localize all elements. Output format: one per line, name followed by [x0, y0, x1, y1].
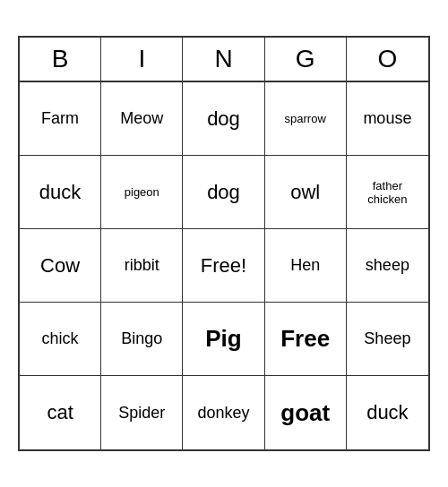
header-letter: I	[101, 38, 183, 81]
bingo-cell: Spider	[101, 376, 183, 449]
cell-text: Bingo	[121, 329, 162, 348]
bingo-card: BINGO FarmMeowdogsparrowmouseduckpigeond…	[18, 36, 430, 451]
cell-text: sheep	[366, 256, 409, 275]
cell-text: owl	[290, 181, 320, 204]
bingo-cell: duck	[20, 156, 101, 229]
cell-text: duck	[39, 181, 81, 204]
bingo-cell: donkey	[183, 376, 264, 449]
bingo-cell: owl	[265, 156, 347, 229]
bingo-cell: sparrow	[265, 82, 347, 156]
bingo-cell: duck	[347, 376, 428, 449]
cell-text: Meow	[120, 109, 163, 128]
cell-text: fatherchicken	[367, 179, 407, 206]
cell-text: donkey	[197, 404, 249, 423]
bingo-cell: Meow	[101, 82, 183, 156]
bingo-cell: Pig	[183, 303, 264, 376]
cell-text: ribbit	[125, 256, 159, 275]
cell-text: Hen	[290, 256, 320, 275]
bingo-grid: FarmMeowdogsparrowmouseduckpigeondogowlf…	[20, 82, 428, 449]
cell-text: Free!	[201, 254, 246, 278]
bingo-cell: goat	[265, 376, 347, 449]
bingo-cell: ribbit	[101, 229, 183, 303]
cell-text: pigeon	[125, 185, 159, 199]
bingo-cell: Free	[265, 303, 347, 376]
bingo-cell: Free!	[183, 229, 264, 303]
cell-text: Sheep	[364, 329, 410, 348]
bingo-cell: pigeon	[101, 156, 183, 229]
header-letter: B	[20, 38, 101, 81]
bingo-cell: cat	[20, 376, 101, 449]
cell-text: cat	[47, 401, 73, 424]
cell-text: mouse	[363, 109, 411, 128]
bingo-cell: mouse	[347, 82, 428, 156]
bingo-cell: Hen	[265, 229, 347, 303]
bingo-cell: Farm	[20, 82, 101, 156]
cell-text: sparrow	[285, 112, 326, 125]
bingo-cell: fatherchicken	[347, 156, 428, 229]
bingo-cell: dog	[183, 156, 264, 229]
cell-text: Pig	[205, 325, 241, 353]
bingo-cell: dog	[183, 82, 264, 156]
header-letter: G	[265, 38, 347, 81]
header-letter: O	[347, 38, 428, 81]
cell-text: dog	[207, 107, 240, 131]
cell-text: Spider	[118, 404, 165, 423]
cell-text: dog	[207, 181, 240, 204]
header-letter: N	[183, 38, 264, 81]
cell-text: chick	[42, 329, 79, 348]
bingo-cell: Sheep	[347, 303, 428, 376]
cell-text: duck	[366, 401, 408, 424]
bingo-cell: sheep	[347, 229, 428, 303]
bingo-cell: chick	[20, 303, 101, 376]
bingo-header: BINGO	[20, 38, 428, 82]
cell-text: Cow	[40, 254, 80, 278]
bingo-cell: Bingo	[101, 303, 183, 376]
cell-text: goat	[280, 399, 330, 427]
bingo-cell: Cow	[20, 229, 101, 303]
cell-text: Farm	[41, 109, 79, 128]
cell-text: Free	[280, 325, 330, 353]
